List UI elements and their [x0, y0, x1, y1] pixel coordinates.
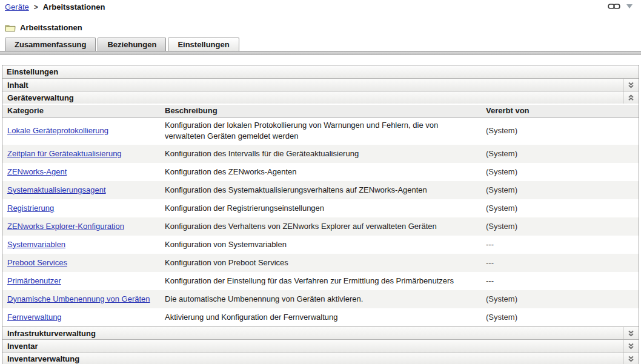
category-link-preboot-services[interactable]: Preboot Services [7, 258, 67, 267]
settings-table: KategorieBeschreibungVererbt von Lokale … [2, 105, 639, 326]
category-description: Konfiguration des Systemaktualisierungsv… [165, 185, 427, 194]
breadcrumb-link-geraete[interactable]: Geräte [5, 2, 29, 12]
double-chevron-down-icon [627, 343, 635, 349]
category-description: Aktivierung und Konfiguration der Fernve… [165, 313, 337, 322]
table-row: SystemaktualisierungsagentKonfiguration … [2, 181, 639, 199]
top-bar: Geräte > Arbeitsstationen [0, 0, 641, 13]
table-header-row: KategorieBeschreibungVererbt von [2, 105, 639, 117]
double-chevron-down-icon [627, 82, 635, 88]
category-link-systemaktualisierungsagent[interactable]: Systemaktualisierungsagent [7, 185, 106, 194]
category-description: Konfiguration der lokalen Protokollierun… [165, 121, 438, 141]
table-row: RegistrierungKonfiguration der Registrie… [2, 199, 639, 217]
link-chain-icon[interactable] [608, 3, 620, 10]
double-chevron-down-icon [627, 330, 635, 337]
inherited-from-value: --- [486, 276, 494, 285]
section-infrastrukturverwaltung[interactable]: Infrastrukturverwaltung [2, 326, 639, 339]
table-row: Zeitplan für GeräteaktualisierungKonfigu… [2, 145, 639, 163]
breadcrumb-separator: > [34, 3, 38, 12]
category-description: Konfiguration von Systemvariablen [165, 240, 287, 249]
category-description: Konfiguration von Preboot Services [165, 258, 288, 267]
inherited-from-value: --- [486, 258, 494, 267]
table-row: ZENworks-AgentKonfiguration des ZENworks… [2, 163, 639, 181]
tab-beziehungen[interactable]: Beziehungen [98, 38, 166, 51]
section-inventarverwaltung[interactable]: Inventarverwaltung [2, 352, 639, 364]
inherited-from-value: (System) [486, 313, 517, 322]
expand-section-button[interactable] [623, 79, 639, 91]
table-row: Preboot ServicesKonfiguration von Preboo… [2, 254, 639, 272]
table-row: FernverwaltungAktivierung und Konfigurat… [2, 308, 639, 326]
tab-einstellungen[interactable]: Einstellungen [168, 38, 239, 51]
double-chevron-up-icon [627, 94, 635, 101]
section-label: Inhalt [2, 79, 623, 91]
inherited-from-value: (System) [486, 222, 517, 231]
settings-panel: Einstellungen InhaltGeräteverwaltung Kat… [2, 65, 639, 364]
category-description: Konfiguration der Registrierungseinstell… [165, 204, 324, 213]
category-link-dynamische-umbenennung-von-ger-ten[interactable]: Dynamische Umbenennung von Geräten [7, 294, 150, 303]
table-row: Lokale GeräteprotokollierungKonfiguratio… [2, 117, 639, 145]
column-header-vererbt-von: Vererbt von [481, 105, 639, 117]
expand-section-button[interactable] [623, 327, 639, 339]
category-description: Konfiguration des Verhaltens von ZENwork… [165, 222, 437, 231]
section-label: Inventarverwaltung [2, 352, 623, 364]
dropdown-arrow-icon[interactable] [626, 4, 633, 8]
column-header-kategorie: Kategorie [2, 105, 160, 117]
panel-title: Einstellungen [2, 65, 639, 78]
category-link-prim-rbenutzer[interactable]: Primärbenutzer [7, 276, 61, 285]
double-chevron-down-icon [627, 356, 635, 362]
section-label: Inventar [2, 340, 623, 352]
inherited-from-value: (System) [486, 204, 517, 213]
expand-section-button[interactable] [623, 340, 639, 352]
category-link-fernverwaltung[interactable]: Fernverwaltung [7, 313, 62, 322]
section-inhalt[interactable]: Inhalt [2, 78, 639, 91]
tab-bar: ZusammenfassungBeziehungenEinstellungen [5, 38, 641, 51]
breadcrumb-current: Arbeitsstationen [43, 2, 105, 12]
tab-underbar [0, 51, 641, 55]
category-description: Konfiguration des ZENworks-Agenten [165, 167, 297, 176]
table-row: PrimärbenutzerKonfiguration der Einstell… [2, 272, 639, 290]
category-link-registrierung[interactable]: Registrierung [7, 204, 54, 213]
sections-top: InhaltGeräteverwaltung [2, 78, 639, 104]
category-link-zeitplan-f-r-ger-teaktualisierung[interactable]: Zeitplan für Geräteaktualisierung [7, 149, 122, 158]
category-link-zenworks-agent[interactable]: ZENworks-Agent [7, 167, 67, 176]
category-link-lokale-ger-teprotokollierung[interactable]: Lokale Geräteprotokollierung [7, 126, 108, 135]
section-label: Infrastrukturverwaltung [2, 327, 623, 339]
panel-title-label: Einstellungen [7, 67, 58, 76]
category-description: Konfiguration der Einstellung für das Ve… [165, 276, 454, 285]
folder-icon [5, 24, 16, 32]
inherited-from-value: (System) [486, 185, 517, 194]
table-row: Dynamische Umbenennung von GerätenDie au… [2, 290, 639, 308]
inherited-from-value: (System) [486, 294, 517, 303]
expand-section-button[interactable] [623, 352, 639, 364]
tab-zusammenfassung[interactable]: Zusammenfassung [5, 38, 96, 51]
section-label: Geräteverwaltung [2, 91, 623, 104]
table-row: ZENworks Explorer-KonfigurationKonfigura… [2, 217, 639, 236]
collapse-section-button[interactable] [623, 91, 639, 104]
page-title: Arbeitsstationen [20, 23, 82, 32]
top-right-actions [608, 3, 633, 10]
inherited-from-value: --- [486, 240, 494, 249]
sections-bottom: InfrastrukturverwaltungInventarInventarv… [2, 326, 639, 364]
section-inventar[interactable]: Inventar [2, 339, 639, 352]
page-header: Arbeitsstationen [0, 22, 641, 33]
inherited-from-value: (System) [486, 167, 517, 176]
breadcrumb: Geräte > Arbeitsstationen [5, 2, 636, 12]
category-link-zenworks-explorer-konfiguration[interactable]: ZENworks Explorer-Konfiguration [7, 222, 124, 231]
inherited-from-value: (System) [486, 126, 517, 135]
category-link-systemvariablen[interactable]: Systemvariablen [7, 240, 65, 249]
table-row: SystemvariablenKonfiguration von Systemv… [2, 236, 639, 254]
category-description: Die automatische Umbenennung von Geräten… [165, 294, 363, 303]
category-description: Konfiguration des Intervalls für die Ger… [165, 149, 359, 158]
section-ger-teverwaltung[interactable]: Geräteverwaltung [2, 91, 639, 104]
inherited-from-value: (System) [486, 149, 517, 158]
column-header-beschreibung: Beschreibung [160, 105, 481, 117]
